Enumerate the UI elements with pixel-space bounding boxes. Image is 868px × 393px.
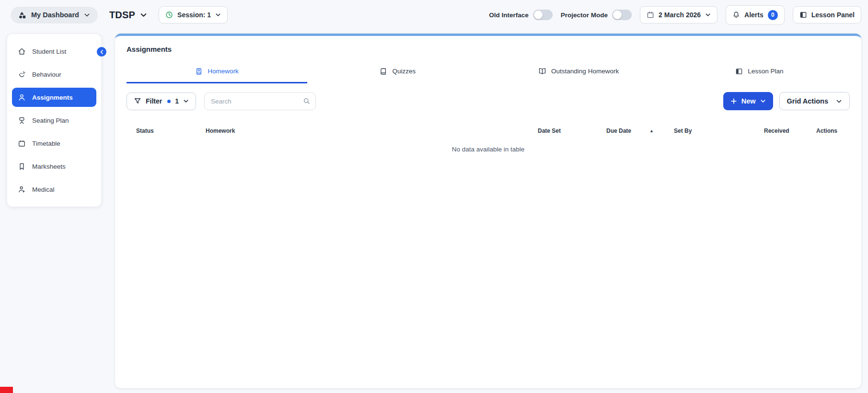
table-header-row: Status Homework Date Set Due Date ▲ Set … bbox=[127, 127, 850, 134]
projector-mode-toggle-group: Projector Mode bbox=[561, 10, 632, 20]
bookmark-icon bbox=[18, 162, 26, 171]
toggle-knob bbox=[534, 11, 543, 19]
calendar-icon bbox=[647, 11, 654, 19]
alerts-button[interactable]: Alerts 0 bbox=[726, 5, 785, 25]
column-header-received[interactable]: Received bbox=[764, 127, 816, 134]
alerts-count-badge: 0 bbox=[768, 10, 778, 20]
filter-label: Filter bbox=[146, 97, 162, 105]
shapes-icon bbox=[18, 11, 26, 19]
chevron-left-icon bbox=[99, 49, 104, 55]
top-bar-left: My Dashboard TDSP Session: 1 bbox=[11, 6, 228, 23]
clock-icon bbox=[165, 11, 173, 19]
sidebar-item-label: Student List bbox=[32, 48, 66, 55]
person-icon bbox=[18, 93, 26, 102]
sidebar-item-timetable[interactable]: Timetable bbox=[12, 134, 96, 153]
layout-icon bbox=[735, 68, 743, 75]
filter-active-dot bbox=[167, 100, 171, 103]
medical-person-icon bbox=[18, 185, 26, 194]
chevron-down-icon bbox=[836, 98, 842, 104]
column-header-due-date[interactable]: Due Date ▲ bbox=[606, 127, 674, 134]
tab-label: Homework bbox=[208, 68, 239, 75]
funnel-icon bbox=[134, 97, 141, 105]
chevron-down-icon bbox=[183, 98, 189, 104]
column-header-homework[interactable]: Homework bbox=[206, 127, 538, 134]
date-label: 2 March 2026 bbox=[659, 11, 701, 19]
tab-label: Quizzes bbox=[392, 68, 416, 75]
column-header-label: Due Date bbox=[606, 127, 631, 134]
column-header-status[interactable]: Status bbox=[136, 127, 206, 134]
new-button[interactable]: New bbox=[723, 92, 773, 110]
grid-actions-label: Grid Actions bbox=[787, 97, 828, 105]
sidebar-item-assignments[interactable]: Assignments bbox=[12, 88, 96, 107]
plus-icon bbox=[730, 98, 737, 104]
sidebar-item-label: Behaviour bbox=[32, 71, 61, 78]
my-dashboard-dropdown[interactable]: My Dashboard bbox=[11, 7, 98, 23]
empty-table-message: No data available in table bbox=[127, 146, 850, 153]
lesson-panel-label: Lesson Panel bbox=[811, 11, 855, 19]
sidebar-item-student-list[interactable]: Student List bbox=[12, 42, 96, 61]
projector-mode-label: Projector Mode bbox=[561, 12, 608, 19]
open-book-icon bbox=[538, 67, 546, 75]
sidebar-item-behaviour[interactable]: Behaviour bbox=[12, 65, 96, 84]
journal-icon bbox=[195, 68, 203, 75]
chevron-down-icon bbox=[760, 98, 766, 104]
old-interface-toggle-group: Old Interface bbox=[489, 10, 553, 20]
page-title: Assignments bbox=[127, 45, 850, 53]
sidebar-item-marksheets[interactable]: Marksheets bbox=[12, 157, 96, 176]
search-input[interactable] bbox=[204, 92, 316, 110]
content-area: Student List Behaviour bbox=[0, 30, 868, 393]
calendar-icon bbox=[18, 139, 26, 148]
filter-button[interactable]: Filter 1 bbox=[127, 92, 196, 110]
column-header-set-by[interactable]: Set By bbox=[674, 127, 764, 134]
grid-controls: Filter 1 New Grid Actions bbox=[127, 92, 850, 110]
assignments-panel: Assignments Homework Quiz bbox=[115, 34, 861, 388]
alerts-label: Alerts bbox=[744, 11, 764, 19]
tab-bar: Homework Quizzes Outstan bbox=[127, 63, 850, 83]
search-icon bbox=[303, 97, 311, 105]
class-name: TDSP bbox=[109, 10, 135, 21]
sidebar-item-medical[interactable]: Medical bbox=[12, 180, 96, 199]
top-bar: My Dashboard TDSP Session: 1 Old Interfa… bbox=[0, 0, 868, 30]
tab-outstanding-homework[interactable]: Outstanding Homework bbox=[488, 63, 669, 83]
sidebar-menu: Student List Behaviour bbox=[7, 34, 102, 207]
toggle-knob bbox=[613, 11, 622, 19]
chevron-down-icon bbox=[705, 12, 711, 18]
sidebar-item-label: Marksheets bbox=[32, 163, 66, 170]
bell-icon bbox=[732, 11, 740, 19]
session-dropdown[interactable]: Session: 1 bbox=[159, 6, 228, 23]
layout-panel-icon bbox=[799, 11, 807, 19]
sidebar-collapse-button[interactable] bbox=[96, 46, 107, 58]
my-dashboard-label: My Dashboard bbox=[31, 11, 79, 19]
column-header-actions[interactable]: Actions bbox=[816, 127, 850, 134]
book-icon bbox=[380, 68, 387, 75]
hand-icon bbox=[18, 70, 26, 79]
sidebar-item-label: Medical bbox=[32, 186, 55, 193]
home-icon bbox=[18, 47, 26, 56]
search-box bbox=[204, 92, 316, 110]
date-picker-dropdown[interactable]: 2 March 2026 bbox=[640, 6, 718, 23]
seat-icon bbox=[18, 116, 26, 125]
tab-lesson-plan[interactable]: Lesson Plan bbox=[669, 63, 850, 83]
chat-widget-cutoff[interactable] bbox=[0, 387, 13, 393]
old-interface-toggle[interactable] bbox=[533, 10, 553, 20]
tab-label: Lesson Plan bbox=[748, 68, 783, 75]
sidebar: Student List Behaviour bbox=[0, 30, 108, 207]
grid-actions-dropdown[interactable]: Grid Actions bbox=[779, 92, 850, 110]
old-interface-label: Old Interface bbox=[489, 12, 529, 19]
column-header-date-set[interactable]: Date Set bbox=[538, 127, 606, 134]
class-selector-dropdown[interactable]: TDSP bbox=[109, 10, 147, 21]
chevron-down-icon bbox=[215, 12, 221, 18]
filter-count: 1 bbox=[175, 97, 179, 105]
projector-mode-toggle[interactable] bbox=[612, 10, 632, 20]
sidebar-item-seating-plan[interactable]: Seating Plan bbox=[12, 111, 96, 130]
tab-quizzes[interactable]: Quizzes bbox=[307, 63, 488, 83]
lesson-panel-button[interactable]: Lesson Panel bbox=[793, 6, 861, 23]
chevron-down-icon bbox=[140, 12, 147, 19]
chevron-down-icon bbox=[84, 12, 90, 18]
session-label: Session: 1 bbox=[177, 11, 211, 19]
tab-homework[interactable]: Homework bbox=[127, 63, 307, 83]
sidebar-item-label: Assignments bbox=[32, 94, 73, 101]
new-button-label: New bbox=[741, 97, 756, 105]
sidebar-item-label: Seating Plan bbox=[32, 117, 69, 124]
sidebar-item-label: Timetable bbox=[32, 140, 60, 147]
